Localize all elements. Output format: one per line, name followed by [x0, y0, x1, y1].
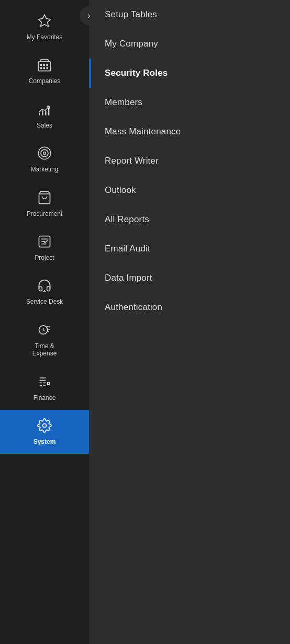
svg-marker-0 — [38, 15, 50, 26]
menu-item-mass-maintenance[interactable]: Mass Maintenance — [89, 117, 290, 146]
sidebar-item-label: Companies — [29, 77, 61, 85]
menu-item-email-audit[interactable]: Email Audit — [89, 234, 290, 263]
menu-item-authentication[interactable]: Authentication — [89, 293, 290, 322]
menu-item-my-company[interactable]: My Company — [89, 29, 290, 59]
time-expense-icon — [37, 323, 52, 339]
sidebar-item-system[interactable]: System — [0, 410, 89, 454]
svg-rect-15 — [48, 107, 49, 115]
sales-icon — [37, 102, 52, 119]
svg-rect-13 — [42, 110, 43, 115]
menu-item-security-roles[interactable]: Security Roles — [89, 59, 290, 88]
svg-rect-1 — [38, 62, 50, 72]
star-icon — [37, 14, 52, 30]
system-icon — [37, 418, 52, 435]
collapse-button[interactable]: › — [80, 6, 98, 25]
svg-point-40 — [43, 423, 47, 427]
svg-rect-9 — [40, 67, 42, 70]
companies-icon — [37, 58, 52, 74]
sidebar-item-label: Procurement — [27, 210, 63, 217]
sidebar-item-label: Service Desk — [26, 298, 63, 305]
svg-rect-6 — [40, 64, 42, 66]
svg-rect-11 — [47, 67, 49, 70]
sidebar-item-companies[interactable]: Companies — [0, 49, 89, 93]
svg-rect-12 — [39, 113, 40, 116]
sidebar-item-service-desk[interactable]: Service Desk — [0, 270, 89, 314]
svg-point-17 — [41, 150, 48, 157]
sidebar-item-project[interactable]: Project — [0, 226, 89, 270]
sidebar-item-label: Sales — [37, 122, 52, 129]
svg-rect-2 — [41, 60, 48, 62]
project-icon — [37, 234, 52, 251]
service-desk-icon — [37, 278, 52, 295]
menu-item-report-writer[interactable]: Report Writer — [89, 146, 290, 176]
menu-item-members[interactable]: Members — [89, 88, 290, 117]
sidebar-item-marketing[interactable]: Marketing — [0, 137, 89, 181]
menu-item-data-import[interactable]: Data Import — [89, 263, 290, 293]
svg-point-16 — [38, 147, 50, 159]
svg-point-18 — [43, 152, 46, 155]
marketing-icon — [37, 146, 52, 163]
sidebar-item-procurement[interactable]: Procurement — [0, 182, 89, 226]
sidebar-item-finance[interactable]: Finance — [0, 366, 89, 410]
svg-rect-8 — [47, 64, 49, 66]
sidebar-items: My Favorites Companies — [0, 0, 89, 454]
menu-item-all-reports[interactable]: All Reports — [89, 205, 290, 234]
svg-rect-10 — [43, 67, 46, 70]
menu-item-setup-tables[interactable]: Setup Tables — [89, 0, 290, 29]
menu-panel: Setup Tables My Company Security Roles M… — [89, 0, 290, 644]
sidebar-item-my-favorites[interactable]: My Favorites — [0, 5, 89, 49]
finance-icon — [37, 374, 52, 391]
sidebar-item-sales[interactable]: Sales — [0, 94, 89, 137]
sidebar: › My Favorites — [0, 0, 89, 644]
sidebar-item-label: Time &Expense — [32, 342, 57, 358]
sidebar-item-label: Finance — [34, 394, 56, 401]
sidebar-item-time-expense[interactable]: Time &Expense — [0, 314, 89, 366]
svg-rect-14 — [45, 111, 46, 115]
procurement-icon — [37, 190, 52, 207]
sidebar-item-label: System — [34, 438, 56, 445]
sidebar-item-label: Marketing — [31, 166, 59, 173]
svg-rect-7 — [43, 64, 46, 66]
menu-item-outlook[interactable]: Outlook — [89, 176, 290, 205]
sidebar-item-label: Project — [35, 254, 54, 261]
sidebar-item-label: My Favorites — [27, 33, 63, 41]
